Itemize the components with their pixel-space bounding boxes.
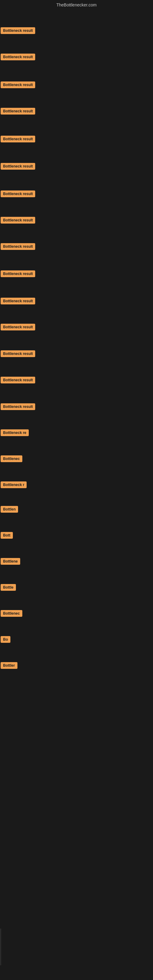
list-item: Bottler xyxy=(1,662,18,670)
bottleneck-badge[interactable]: Bottleneck result xyxy=(1,243,35,250)
bottleneck-badge[interactable]: Bottleneck result xyxy=(1,81,35,88)
list-item: Bottleneck result xyxy=(1,350,35,358)
bottleneck-badge[interactable]: Bottleneck result xyxy=(1,136,35,142)
list-item: Bottle xyxy=(1,584,16,592)
bottleneck-badge[interactable]: Bottleneck result xyxy=(1,163,35,170)
bottleneck-badge[interactable]: Bottleneck re xyxy=(1,430,29,436)
bottleneck-badge[interactable]: Bottle xyxy=(1,584,16,591)
bottleneck-badge[interactable]: Bottlenec xyxy=(1,455,22,462)
list-item: Bottlen xyxy=(1,506,18,514)
bottleneck-badge[interactable]: Bottleneck result xyxy=(1,108,35,115)
list-item: Bottlene xyxy=(1,558,20,566)
bottleneck-badge[interactable]: Bottleneck result xyxy=(1,298,35,304)
list-item: Bott xyxy=(1,532,13,540)
list-item: Bottleneck result xyxy=(1,377,35,385)
list-item: Bottleneck result xyxy=(1,191,35,199)
list-item: Bottleneck result xyxy=(1,243,35,251)
bottleneck-badge[interactable]: Bottleneck r xyxy=(1,481,27,488)
list-item: Bottleneck result xyxy=(1,403,35,411)
list-item: Bottleneck result xyxy=(1,136,35,144)
bottleneck-badge[interactable]: Bottleneck result xyxy=(1,324,35,331)
list-item: Bottleneck re xyxy=(1,430,29,438)
list-item: Bottleneck result xyxy=(1,217,35,225)
bottleneck-badge[interactable]: Bott xyxy=(1,532,13,539)
site-title: TheBottlenecker.com xyxy=(0,0,153,10)
bottleneck-badge[interactable]: Bottlenec xyxy=(1,610,22,617)
list-item: Bo xyxy=(1,636,10,644)
bottleneck-badge[interactable]: Bo xyxy=(1,636,10,643)
bottleneck-badge[interactable]: Bottleneck result xyxy=(1,377,35,383)
bottleneck-badge[interactable]: Bottleneck result xyxy=(1,54,35,60)
bottleneck-badge[interactable]: Bottlen xyxy=(1,506,18,513)
list-item: Bottlenec xyxy=(1,610,22,618)
list-item: Bottleneck result xyxy=(1,27,35,35)
bottleneck-badge[interactable]: Bottleneck result xyxy=(1,191,35,197)
list-item: Bottleneck result xyxy=(1,108,35,116)
list-item: Bottlenec xyxy=(1,455,22,463)
list-item: Bottleneck result xyxy=(1,270,35,278)
list-item: Bottleneck result xyxy=(1,54,35,62)
items-container: Bottleneck resultBottleneck resultBottle… xyxy=(0,10,153,980)
list-item: Bottleneck result xyxy=(1,81,35,89)
bottleneck-badge[interactable]: Bottleneck result xyxy=(1,217,35,224)
bottleneck-badge[interactable]: Bottleneck result xyxy=(1,27,35,34)
list-item: Bottleneck r xyxy=(1,481,27,489)
list-item: Bottleneck result xyxy=(1,163,35,171)
bottleneck-badge[interactable]: Bottlene xyxy=(1,558,20,565)
bottleneck-badge[interactable]: Bottleneck result xyxy=(1,350,35,357)
list-item: Bottleneck result xyxy=(1,298,35,305)
bottleneck-badge[interactable]: Bottler xyxy=(1,662,18,669)
bottleneck-badge[interactable]: Bottleneck result xyxy=(1,403,35,410)
bottleneck-badge[interactable]: Bottleneck result xyxy=(1,270,35,277)
list-item: Bottleneck result xyxy=(1,324,35,332)
